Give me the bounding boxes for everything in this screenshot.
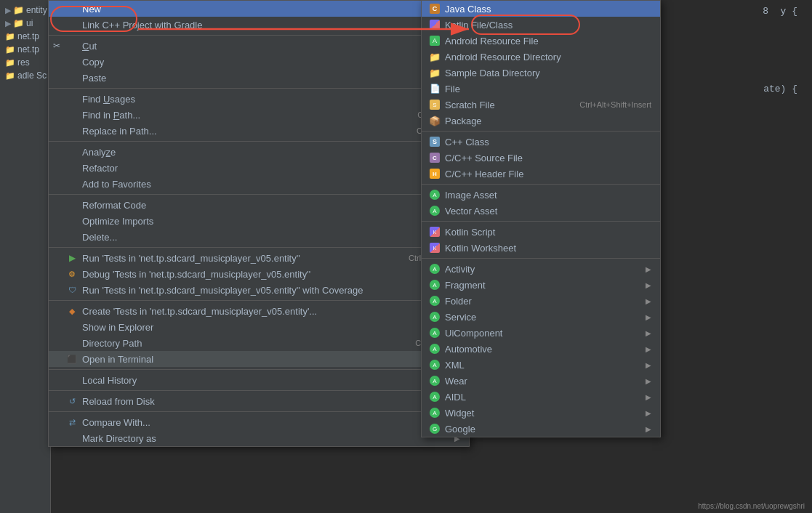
sidebar-item-label-ui: ui bbox=[26, 18, 33, 28]
submenu-item-kotlin-file[interactable]: Kotlin File/Class bbox=[422, 17, 660, 33]
submenu-item-package[interactable]: 📦 Package bbox=[422, 113, 660, 129]
open-terminal-label: Open in Terminal bbox=[82, 354, 153, 365]
widget-icon: A bbox=[429, 407, 441, 419]
directory-path-icon bbox=[66, 337, 78, 349]
sidebar-item-nettp1[interactable]: 📁 net.tp bbox=[3, 30, 47, 43]
submenu-item-kotlin-script[interactable]: K Kotlin Script bbox=[422, 224, 660, 240]
local-history-icon bbox=[66, 374, 78, 386]
submenu-item-activity[interactable]: A Activity ▶ bbox=[422, 261, 660, 277]
menu-item-replace-in-path[interactable]: Replace in Path... Ctrl+Shift+R bbox=[49, 123, 469, 139]
submenu-item-file[interactable]: 📄 File bbox=[422, 81, 660, 97]
submenu-item-android-res-file[interactable]: A Android Resource File bbox=[422, 33, 660, 49]
automotive-icon: A bbox=[429, 343, 441, 355]
submenu-item-widget[interactable]: A Widget ▶ bbox=[422, 405, 660, 421]
separator-9 bbox=[49, 411, 469, 412]
submenu-item-kotlin-worksheet[interactable]: K Kotlin Worksheet bbox=[422, 240, 660, 256]
debug-tests-label: Debug 'Tests in 'net.tp.sdcard_musicplay… bbox=[82, 269, 310, 280]
menu-item-find-usages[interactable]: Find Usages Alt+F7 bbox=[49, 91, 469, 107]
menu-item-mark-directory[interactable]: Mark Directory as ▶ bbox=[49, 430, 469, 446]
reformat-label: Reformat Code bbox=[82, 200, 146, 211]
menu-item-new[interactable]: New ▶ bbox=[49, 1, 469, 17]
menu-item-debug-tests[interactable]: ⚙ Debug 'Tests in 'net.tp.sdcard_musicpl… bbox=[49, 266, 469, 282]
service-label: Service bbox=[445, 312, 476, 323]
android-res-dir-icon: 📁 bbox=[429, 51, 441, 62]
submenu-item-google[interactable]: G Google ▶ bbox=[422, 421, 660, 437]
copy-label: Copy bbox=[82, 57, 104, 68]
menu-item-add-favorites[interactable]: Add to Favorites ▶ bbox=[49, 176, 469, 192]
add-favorites-icon bbox=[66, 178, 78, 190]
submenu-item-android-res-dir[interactable]: 📁 Android Resource Directory bbox=[422, 49, 660, 65]
submenu-item-sample-data-dir[interactable]: 📁 Sample Data Directory bbox=[422, 65, 660, 81]
folder-icon-2: ▶ bbox=[5, 19, 11, 28]
menu-item-create-tests[interactable]: ◆ Create 'Tests in 'net.tp.sdcard_musicp… bbox=[49, 303, 469, 319]
show-explorer-icon bbox=[66, 321, 78, 333]
menu-item-delete[interactable]: Delete... Delete bbox=[49, 229, 469, 245]
submenu-item-folder[interactable]: A Folder ▶ bbox=[422, 293, 660, 309]
sidebar-item-label-nettp2: net.tp bbox=[17, 44, 39, 54]
sidebar-item-gradle[interactable]: 📁 adle Scrip bbox=[3, 69, 47, 82]
menu-item-cut[interactable]: ✂ Cut Ctrl+X bbox=[49, 38, 469, 54]
mark-directory-label: Mark Directory as bbox=[82, 433, 156, 444]
compare-icon: ⇄ bbox=[66, 416, 78, 428]
folder-submenu-label: Folder bbox=[445, 296, 472, 307]
submenu-sep-2 bbox=[422, 184, 660, 185]
sidebar-item-ui[interactable]: ▶ 📁 ui bbox=[3, 17, 47, 30]
menu-item-run-tests-coverage[interactable]: 🛡 Run 'Tests in 'net.tp.sdcard_musicplay… bbox=[49, 282, 469, 298]
menu-item-open-terminal[interactable]: ⬛ Open in Terminal bbox=[49, 351, 469, 367]
activity-arrow: ▶ bbox=[646, 265, 651, 273]
submenu-item-aidl[interactable]: A AIDL ▶ bbox=[422, 389, 660, 405]
submenu-item-xml[interactable]: A XML ▶ bbox=[422, 357, 660, 373]
submenu-item-cpp-source[interactable]: C C/C++ Source File bbox=[422, 150, 660, 166]
menu-item-reformat[interactable]: Reformat Code Ctrl+Alt+L bbox=[49, 197, 469, 213]
menu-item-paste[interactable]: Paste Ctrl+V bbox=[49, 70, 469, 86]
menu-item-analyze[interactable]: Analyze ▶ bbox=[49, 144, 469, 160]
menu-item-find-in-path[interactable]: Find in Path... Ctrl+Shift+F bbox=[49, 107, 469, 123]
run-tests-label: Run 'Tests in 'net.tp.sdcard_musicplayer… bbox=[82, 253, 300, 264]
sidebar-item-res[interactable]: 📁 res bbox=[3, 56, 47, 69]
java-class-icon: C bbox=[429, 3, 441, 15]
separator-3 bbox=[49, 141, 469, 142]
context-menu: New ▶ Link C++ Project with Gradle ✂ Cut… bbox=[48, 0, 470, 447]
submenu-item-cpp-class[interactable]: S C++ Class bbox=[422, 134, 660, 150]
submenu-item-automotive[interactable]: A Automotive ▶ bbox=[422, 341, 660, 357]
optimize-icon bbox=[66, 215, 78, 227]
file-label: File bbox=[445, 84, 460, 94]
menu-item-compare-with[interactable]: ⇄ Compare With... Ctrl+D bbox=[49, 414, 469, 430]
submenu-item-scratch-file[interactable]: S Scratch File Ctrl+Alt+Shift+Insert bbox=[422, 97, 660, 113]
submenu-sep-3 bbox=[422, 221, 660, 222]
menu-item-refactor[interactable]: Refactor ▶ bbox=[49, 160, 469, 176]
sample-data-dir-label: Sample Data Directory bbox=[445, 68, 540, 78]
file-icon: 📄 bbox=[429, 83, 441, 94]
submenu-item-uicomponent[interactable]: A UiComponent ▶ bbox=[422, 325, 660, 341]
android-res-file-icon: A bbox=[429, 35, 441, 47]
add-favorites-label: Add to Favorites bbox=[82, 179, 151, 190]
scissors-icon: ✂ bbox=[53, 41, 60, 51]
java-class-label: Java Class bbox=[445, 4, 491, 15]
submenu-item-vector-asset[interactable]: A Vector Asset bbox=[422, 203, 660, 219]
menu-item-show-explorer[interactable]: Show in Explorer bbox=[49, 319, 469, 335]
submenu-item-fragment[interactable]: A Fragment ▶ bbox=[422, 277, 660, 293]
sidebar-item-nettp2[interactable]: 📁 net.tp bbox=[3, 43, 47, 56]
submenu-item-java-class[interactable]: C Java Class bbox=[422, 1, 660, 17]
cpp-source-icon: C bbox=[429, 152, 441, 163]
menu-item-run-tests[interactable]: ▶ Run 'Tests in 'net.tp.sdcard_musicplay… bbox=[49, 250, 469, 266]
menu-item-directory-path[interactable]: Directory Path Ctrl+Alt+F12 bbox=[49, 335, 469, 351]
menu-item-link-cpp[interactable]: Link C++ Project with Gradle bbox=[49, 17, 469, 33]
submenu-item-cpp-header[interactable]: H C/C++ Header File bbox=[422, 166, 660, 182]
submenu-item-image-asset[interactable]: A Image Asset bbox=[422, 187, 660, 203]
submenu-item-service[interactable]: A Service ▶ bbox=[422, 309, 660, 325]
find-usages-label: Find Usages bbox=[82, 94, 135, 105]
submenu-item-wear[interactable]: A Wear ▶ bbox=[422, 373, 660, 389]
submenu-new: C Java Class Kotlin File/Class A Android… bbox=[421, 0, 661, 437]
menu-item-local-history[interactable]: Local History ▶ bbox=[49, 372, 469, 388]
service-arrow: ▶ bbox=[646, 313, 651, 321]
menu-item-optimize-imports[interactable]: Optimize Imports Ctrl+Alt+O bbox=[49, 213, 469, 229]
menu-item-copy[interactable]: Copy ▶ bbox=[49, 54, 469, 70]
sidebar-item-entity[interactable]: ▶ 📁 entity bbox=[3, 4, 47, 17]
xml-label: XML bbox=[445, 360, 465, 371]
menu-item-reload[interactable]: ↺ Reload from Disk bbox=[49, 393, 469, 409]
find-path-icon bbox=[66, 109, 78, 121]
folder-submenu-icon: A bbox=[429, 295, 441, 307]
separator-4 bbox=[49, 194, 469, 195]
sidebar-item-label-gradle: adle Scrip bbox=[17, 70, 47, 81]
